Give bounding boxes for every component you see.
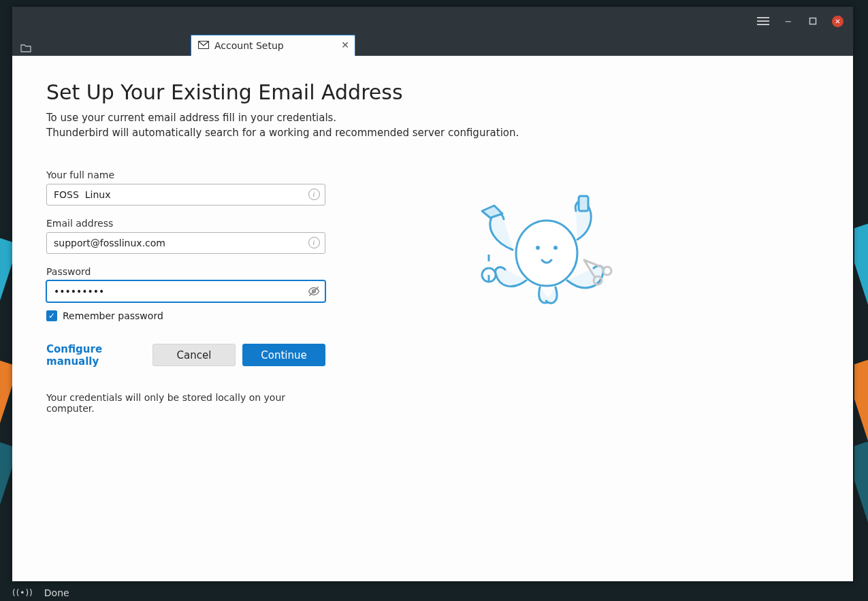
info-icon[interactable]: i	[308, 189, 320, 201]
password-input[interactable]	[46, 280, 325, 302]
password-label: Password	[46, 266, 325, 277]
page-subtitle: To use your current email address fill i…	[46, 111, 819, 141]
continue-button[interactable]: Continue	[242, 344, 325, 366]
remember-password-row[interactable]: ✓ Remember password	[46, 310, 325, 321]
email-label: Email address	[46, 218, 325, 229]
svg-point-5	[536, 246, 540, 250]
maximize-button[interactable]	[807, 16, 818, 27]
full-name-input[interactable]	[46, 184, 325, 206]
desktop-accent-left	[0, 0, 14, 601]
cancel-button[interactable]: Cancel	[152, 344, 236, 366]
tab-account-setup[interactable]: Account Setup ✕	[191, 35, 355, 56]
full-name-field-wrap: i	[46, 184, 325, 206]
configure-manually-link[interactable]: Configure manually	[46, 343, 146, 368]
email-field-wrap: i	[46, 232, 325, 254]
content-area: Set Up Your Existing Email Address To us…	[12, 56, 853, 581]
credentials-footnote: Your credentials will only be stored loc…	[46, 392, 325, 414]
form-actions: Configure manually Cancel Continue	[46, 343, 325, 368]
spaces-folder-button[interactable]	[16, 39, 35, 56]
window-close-button[interactable]: ✕	[832, 16, 843, 27]
svg-rect-0	[810, 18, 816, 25]
svg-point-4	[516, 221, 577, 286]
octopus-illustration	[475, 192, 618, 308]
app-window: − ✕ Account Setup ✕ Set Up Your Existing…	[12, 7, 853, 581]
svg-rect-7	[579, 196, 588, 211]
account-form: Your full name i Email address i Passwor…	[46, 169, 325, 414]
app-menu-button[interactable]	[757, 17, 769, 25]
password-field-wrap	[46, 280, 325, 302]
mail-icon	[198, 40, 209, 51]
status-text: Done	[44, 587, 69, 598]
tab-close-button[interactable]: ✕	[341, 39, 349, 50]
eye-off-icon[interactable]	[308, 285, 320, 297]
email-input[interactable]	[46, 232, 325, 254]
info-icon[interactable]: i	[308, 237, 320, 249]
full-name-label: Your full name	[46, 169, 325, 180]
minimize-button[interactable]: −	[783, 16, 794, 27]
remember-checkbox[interactable]: ✓	[46, 310, 57, 321]
tab-label: Account Setup	[214, 40, 284, 51]
tabstrip: Account Setup ✕	[12, 35, 853, 56]
statusbar: ((•)) Done	[12, 587, 69, 598]
network-icon: ((•))	[12, 588, 33, 598]
desktop-accent-right	[854, 0, 868, 601]
page-title: Set Up Your Existing Email Address	[46, 80, 819, 104]
remember-label: Remember password	[63, 310, 163, 321]
svg-point-6	[553, 246, 558, 250]
titlebar: − ✕	[12, 7, 853, 35]
